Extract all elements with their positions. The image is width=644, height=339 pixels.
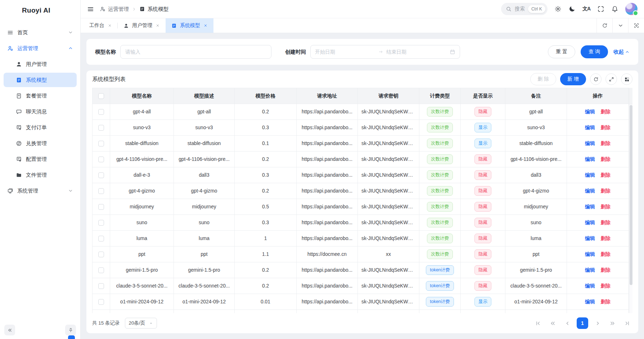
edit-link[interactable]: 编辑 bbox=[585, 141, 595, 146]
select-all-checkbox[interactable] bbox=[98, 93, 104, 99]
cell-remark: ppt bbox=[505, 247, 567, 262]
edit-link[interactable]: 编辑 bbox=[585, 188, 595, 194]
sidebar-item-system-model[interactable]: 系统模型 bbox=[4, 73, 77, 87]
cell-model-desc: gpt-4-1106-vision-pre... bbox=[174, 152, 235, 167]
row-checkbox[interactable] bbox=[98, 109, 104, 115]
last-page-button[interactable] bbox=[622, 318, 632, 329]
delete-link[interactable]: 删除 bbox=[601, 141, 611, 146]
row-checkbox[interactable] bbox=[98, 220, 104, 226]
delete-link[interactable]: 删除 bbox=[601, 252, 611, 257]
sidebar-item-user-management[interactable]: 用户管理 bbox=[4, 57, 77, 71]
edit-link[interactable]: 编辑 bbox=[585, 299, 595, 304]
tab-close-icon[interactable] bbox=[108, 23, 112, 28]
start-date-input[interactable] bbox=[315, 49, 375, 55]
row-checkbox[interactable] bbox=[98, 204, 104, 210]
add-button[interactable]: 新 增 bbox=[560, 73, 586, 85]
row-checkbox[interactable] bbox=[98, 252, 104, 257]
scrollbar-thumb[interactable] bbox=[630, 105, 632, 285]
edit-link[interactable]: 编辑 bbox=[585, 172, 595, 178]
settings-gear-icon[interactable] bbox=[554, 5, 562, 13]
delete-link[interactable]: 删除 bbox=[601, 172, 611, 178]
edit-link[interactable]: 编辑 bbox=[585, 204, 595, 209]
delete-link[interactable]: 删除 bbox=[601, 299, 611, 304]
sidebar-item-package-management[interactable]: 套餐管理 bbox=[4, 89, 77, 103]
row-checkbox[interactable] bbox=[98, 188, 104, 194]
delete-link[interactable]: 删除 bbox=[601, 267, 611, 273]
breadcrumb-item[interactable]: 系统模型 bbox=[139, 6, 168, 13]
delete-link[interactable]: 删除 bbox=[601, 109, 611, 114]
tab-close-icon[interactable] bbox=[203, 23, 208, 28]
model-name-input[interactable] bbox=[120, 45, 271, 59]
date-range-picker[interactable] bbox=[310, 45, 460, 59]
current-page-button[interactable]: 1 bbox=[577, 317, 588, 329]
breadcrumb-item[interactable]: 运营管理 bbox=[100, 6, 129, 13]
edit-link[interactable]: 编辑 bbox=[585, 157, 595, 162]
reset-button[interactable]: 重 置 bbox=[548, 45, 575, 58]
edit-link[interactable]: 编辑 bbox=[585, 125, 595, 130]
edit-link[interactable]: 编辑 bbox=[585, 267, 595, 273]
delete-link[interactable]: 删除 bbox=[601, 204, 611, 209]
table-fullscreen-button[interactable] bbox=[605, 73, 617, 85]
delete-button[interactable]: 删 除 bbox=[530, 73, 556, 85]
global-search[interactable]: 搜索 Ctrl K bbox=[501, 3, 548, 15]
dark-mode-moon-icon[interactable] bbox=[568, 5, 576, 13]
row-checkbox[interactable] bbox=[98, 141, 104, 146]
sidebar-item-config-management[interactable]: 配置管理 bbox=[4, 152, 77, 166]
edit-link[interactable]: 编辑 bbox=[585, 283, 595, 289]
column-header: 模型描述 bbox=[174, 88, 235, 104]
delete-link[interactable]: 删除 bbox=[601, 236, 611, 241]
prev-page-button[interactable] bbox=[562, 318, 573, 329]
content-fullscreen-button[interactable] bbox=[628, 18, 644, 33]
sidebar-item-home[interactable]: 首页 bbox=[4, 25, 77, 40]
column-settings-button[interactable] bbox=[621, 73, 632, 85]
end-date-input[interactable] bbox=[386, 49, 447, 55]
notifications-bell-icon[interactable] bbox=[611, 5, 618, 13]
fast-next-button[interactable] bbox=[607, 318, 618, 329]
edit-link[interactable]: 编辑 bbox=[585, 220, 595, 225]
sidebar-item-chat-messages[interactable]: 聊天消息 bbox=[4, 104, 77, 119]
language-translate-icon[interactable]: 文A bbox=[582, 6, 590, 12]
refresh-table-button[interactable] bbox=[590, 73, 602, 85]
row-checkbox[interactable] bbox=[98, 236, 104, 241]
row-checkbox[interactable] bbox=[98, 172, 104, 178]
fullscreen-icon[interactable] bbox=[597, 5, 604, 13]
edit-link[interactable]: 编辑 bbox=[585, 236, 595, 241]
tab-workbench[interactable]: 工作台 bbox=[84, 18, 118, 33]
sidebar-item-redeem-management[interactable]: 兑换管理 bbox=[4, 136, 77, 150]
delete-link[interactable]: 删除 bbox=[601, 188, 611, 194]
edit-link[interactable]: 编辑 bbox=[585, 252, 595, 257]
collapse-filter-link[interactable]: 收起 bbox=[613, 49, 630, 55]
table-scrollbar[interactable] bbox=[629, 88, 632, 313]
row-checkbox[interactable] bbox=[98, 299, 104, 305]
edit-link[interactable]: 编辑 bbox=[585, 109, 595, 114]
delete-link[interactable]: 删除 bbox=[601, 283, 611, 289]
clipped-blue-button[interactable] bbox=[68, 335, 75, 339]
tab-user-management[interactable]: 用户管理 bbox=[118, 18, 166, 33]
row-checkbox[interactable] bbox=[98, 125, 104, 131]
delete-link[interactable]: 删除 bbox=[601, 125, 611, 130]
tab-close-icon[interactable] bbox=[156, 23, 160, 28]
sidebar-pin-button[interactable] bbox=[65, 325, 76, 335]
delete-link[interactable]: 删除 bbox=[601, 220, 611, 225]
page-size-select[interactable]: 20条/页 bbox=[125, 318, 157, 329]
delete-link[interactable]: 删除 bbox=[601, 157, 611, 162]
tab-menu-button[interactable] bbox=[612, 18, 628, 33]
tab-system-model[interactable]: 系统模型 bbox=[166, 18, 213, 33]
sidebar-item-operation-management[interactable]: 运营管理 bbox=[4, 41, 77, 55]
row-checkbox[interactable] bbox=[98, 283, 104, 289]
sidebar-item-payment-orders[interactable]: 支付订单 bbox=[4, 120, 77, 135]
first-page-button[interactable] bbox=[532, 318, 543, 329]
row-checkbox[interactable] bbox=[98, 267, 104, 273]
refresh-page-button[interactable] bbox=[596, 18, 612, 33]
row-checkbox[interactable] bbox=[98, 157, 104, 162]
query-button[interactable]: 查 询 bbox=[581, 45, 608, 58]
fast-prev-button[interactable] bbox=[547, 318, 558, 329]
sidebar-item-system-management[interactable]: 系统管理 bbox=[4, 184, 77, 198]
logo[interactable]: Ruoyi AI bbox=[0, 0, 80, 21]
sidebar-toggle-icon[interactable] bbox=[87, 6, 94, 13]
next-page-button[interactable] bbox=[592, 318, 603, 329]
user-avatar[interactable] bbox=[625, 3, 638, 15]
cell-model-desc: ppt bbox=[174, 247, 235, 262]
sidebar-collapse-button[interactable] bbox=[4, 325, 15, 335]
sidebar-item-file-management[interactable]: 文件管理 bbox=[4, 168, 77, 182]
